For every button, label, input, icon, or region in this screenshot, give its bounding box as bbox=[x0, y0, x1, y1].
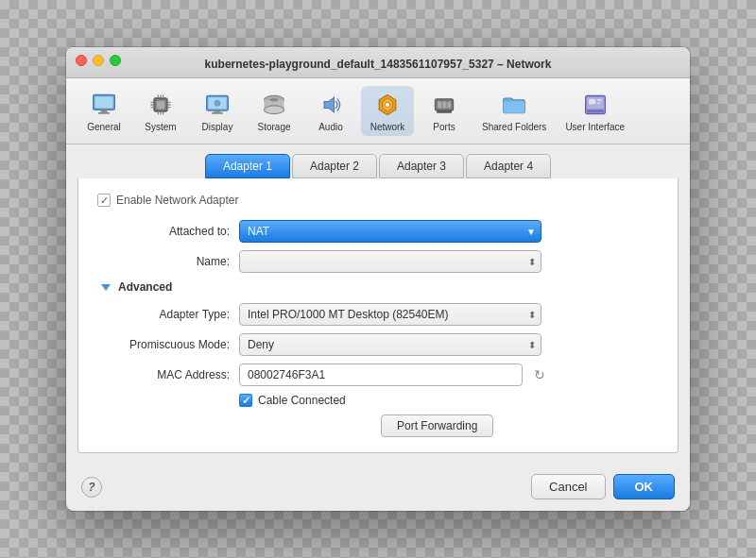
mac-address-label: MAC Address: bbox=[97, 368, 239, 381]
svg-rect-33 bbox=[442, 102, 446, 109]
port-forwarding-button[interactable]: Port Forwarding bbox=[381, 414, 493, 437]
name-control: ⬍ bbox=[239, 250, 541, 273]
svg-rect-2 bbox=[101, 110, 108, 112]
svg-point-26 bbox=[270, 98, 279, 102]
toolbar-label-storage: Storage bbox=[257, 122, 290, 132]
window-title: kubernetes-playground_default_1483561107… bbox=[205, 58, 552, 71]
adapter-type-select[interactable]: Intel PRO/1000 MT Desktop (82540EM) bbox=[239, 303, 541, 326]
svg-rect-38 bbox=[587, 110, 604, 112]
title-bar: kubernetes-playground_default_1483561107… bbox=[66, 47, 690, 78]
minimize-button[interactable] bbox=[93, 55, 104, 66]
tab-adapter3[interactable]: Adapter 3 bbox=[379, 154, 464, 178]
svg-point-30 bbox=[385, 102, 389, 107]
toolbar-item-audio[interactable]: Audio bbox=[304, 86, 357, 136]
advanced-label: Advanced bbox=[118, 280, 172, 294]
toolbar-item-ports[interactable]: Ports bbox=[418, 86, 471, 136]
ok-button[interactable]: OK bbox=[613, 474, 676, 499]
name-label: Name: bbox=[97, 255, 239, 268]
promiscuous-row: Promiscuous Mode: Deny Allow VMs Allow A… bbox=[97, 333, 659, 356]
cancel-button[interactable]: Cancel bbox=[531, 474, 605, 499]
toolbar-label-display: Display bbox=[202, 122, 233, 132]
enable-row: Enable Network Adapter bbox=[97, 194, 659, 207]
enable-checkbox[interactable] bbox=[97, 194, 111, 207]
refresh-mac-button[interactable]: ↻ bbox=[528, 364, 551, 386]
toolbar-item-network[interactable]: Network bbox=[361, 86, 414, 136]
svg-rect-21 bbox=[212, 112, 223, 114]
content-area: Enable Network Adapter Attached to: NAT … bbox=[77, 178, 679, 453]
adapter-type-select-wrapper: Intel PRO/1000 MT Desktop (82540EM) ⬍ bbox=[239, 303, 541, 326]
attached-to-label: Attached to: bbox=[97, 225, 239, 238]
promiscuous-label: Promiscuous Mode: bbox=[97, 338, 239, 351]
adapter-type-control: Intel PRO/1000 MT Desktop (82540EM) ⬍ bbox=[239, 303, 541, 326]
port-forwarding-area: Port Forwarding bbox=[97, 414, 659, 437]
name-select-wrapper: ⬍ bbox=[239, 250, 541, 273]
footer-buttons: Cancel OK bbox=[531, 474, 675, 499]
tab-adapter4[interactable]: Adapter 4 bbox=[466, 154, 551, 178]
toolbar-item-system[interactable]: System bbox=[134, 86, 187, 136]
network-icon bbox=[372, 90, 403, 120]
disk-icon bbox=[259, 90, 289, 120]
svg-rect-41 bbox=[597, 102, 601, 104]
maximize-button[interactable] bbox=[110, 55, 121, 66]
attached-to-select[interactable]: NAT Bridged Adapter Host-only Adapter In… bbox=[239, 220, 541, 243]
tabs-area: Adapter 1 Adapter 2 Adapter 3 Adapter 4 bbox=[66, 144, 690, 178]
svg-rect-39 bbox=[589, 99, 595, 104]
toolbar-item-shared-folders[interactable]: Shared Folders bbox=[474, 86, 554, 136]
enable-label: Enable Network Adapter bbox=[116, 194, 238, 207]
toolbar-label-audio: Audio bbox=[318, 122, 343, 132]
footer: ? Cancel OK bbox=[66, 465, 690, 511]
cable-connected-label: Cable Connected bbox=[258, 394, 346, 407]
svg-rect-5 bbox=[157, 101, 165, 110]
toolbar-label-user-interface: User Interface bbox=[565, 122, 625, 132]
advanced-header[interactable]: Advanced bbox=[97, 280, 659, 294]
folder-icon bbox=[499, 90, 529, 120]
adapter-type-label: Adapter Type: bbox=[97, 308, 239, 321]
display-icon bbox=[202, 90, 232, 120]
svg-rect-32 bbox=[438, 102, 441, 109]
adapter-type-row: Adapter Type: Intel PRO/1000 MT Desktop … bbox=[97, 303, 659, 326]
promiscuous-select[interactable]: Deny Allow VMs Allow All bbox=[239, 333, 541, 356]
toolbar-item-display[interactable]: Display bbox=[191, 86, 244, 136]
ports-icon bbox=[429, 90, 459, 120]
toolbar-item-storage[interactable]: Storage bbox=[248, 86, 301, 136]
toolbar: General bbox=[66, 78, 690, 144]
traffic-lights bbox=[76, 55, 121, 66]
help-button[interactable]: ? bbox=[81, 477, 102, 498]
speaker-icon bbox=[316, 90, 346, 120]
svg-rect-3 bbox=[98, 112, 110, 114]
attached-to-control: NAT Bridged Adapter Host-only Adapter In… bbox=[239, 220, 541, 243]
toolbar-label-network: Network bbox=[370, 122, 405, 132]
toolbar-label-shared-folders: Shared Folders bbox=[482, 122, 546, 132]
cable-connected-checkbox[interactable] bbox=[239, 394, 252, 407]
svg-rect-40 bbox=[597, 99, 602, 101]
tab-adapter1[interactable]: Adapter 1 bbox=[205, 154, 290, 178]
toolbar-item-user-interface[interactable]: User Interface bbox=[558, 86, 632, 136]
toolbar-label-ports: Ports bbox=[433, 122, 455, 132]
svg-rect-35 bbox=[437, 110, 452, 113]
close-button[interactable] bbox=[76, 55, 87, 66]
attached-to-select-wrapper: NAT Bridged Adapter Host-only Adapter In… bbox=[239, 220, 541, 243]
svg-point-25 bbox=[265, 106, 284, 114]
tab-adapter2[interactable]: Adapter 2 bbox=[292, 154, 377, 178]
toolbar-label-system: System bbox=[145, 122, 176, 132]
name-select[interactable] bbox=[239, 250, 541, 273]
svg-rect-20 bbox=[215, 110, 221, 112]
name-row: Name: ⬍ bbox=[97, 250, 659, 273]
attached-to-row: Attached to: NAT Bridged Adapter Host-on… bbox=[97, 220, 659, 243]
chip-icon bbox=[146, 90, 176, 120]
cable-connected-row: Cable Connected bbox=[97, 394, 659, 407]
toolbar-item-general[interactable]: General bbox=[77, 86, 130, 136]
mac-address-input[interactable] bbox=[239, 364, 523, 386]
monitor-icon bbox=[89, 90, 119, 120]
svg-point-22 bbox=[215, 100, 221, 107]
toolbar-label-general: General bbox=[87, 122, 121, 132]
mac-address-row: MAC Address: ↻ bbox=[97, 364, 659, 386]
svg-rect-1 bbox=[94, 96, 112, 108]
svg-marker-27 bbox=[324, 97, 335, 112]
ui-icon bbox=[580, 90, 610, 120]
main-window: kubernetes-playground_default_1483561107… bbox=[66, 47, 690, 511]
advanced-triangle-icon bbox=[101, 284, 111, 291]
promiscuous-control: Deny Allow VMs Allow All ⬍ bbox=[239, 333, 541, 356]
promiscuous-select-wrapper: Deny Allow VMs Allow All ⬍ bbox=[239, 333, 541, 356]
svg-rect-34 bbox=[448, 102, 452, 109]
